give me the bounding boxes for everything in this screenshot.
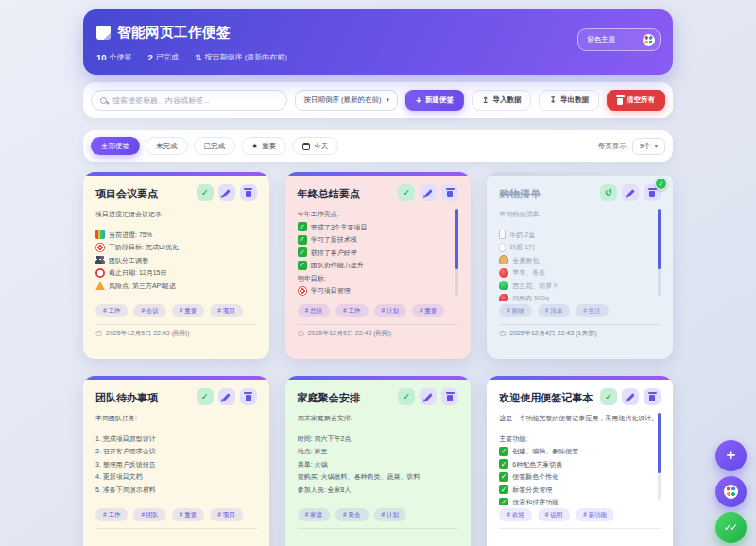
note-tag[interactable]: # 计划 <box>374 304 406 317</box>
complete-note-button[interactable]: ✓ <box>398 184 415 201</box>
clear-all-button[interactable]: 清空所有 <box>607 90 665 111</box>
note-line-text: 截止日期: 12月15日 <box>109 266 166 280</box>
clock-icon: ◷ <box>95 330 102 337</box>
sort-select[interactable]: 按日期倒序 (最新的在前) ▾ <box>295 90 398 111</box>
note-tag[interactable]: # 购物 <box>499 304 531 317</box>
complete-note-button[interactable]: ✓ <box>197 388 214 405</box>
content-scrollbar[interactable] <box>658 209 661 296</box>
import-button[interactable]: ↥ 导入数据 <box>472 90 532 111</box>
complete-note-button[interactable]: ✓ <box>600 388 617 405</box>
note-tag[interactable]: # 清单 <box>538 304 570 317</box>
note-logo-icon <box>96 26 111 40</box>
edit-note-button[interactable] <box>218 388 235 405</box>
note-tag[interactable]: # 总结 <box>298 304 330 317</box>
apple-icon <box>499 268 508 278</box>
export-button[interactable]: ↧ 导出数据 <box>539 90 599 111</box>
new-note-button[interactable]: + 新建便签 <box>405 90 464 111</box>
edit-note-button[interactable] <box>622 388 639 405</box>
note-line-text: 这是一个功能完整的便签记事应用，采用现代化设计。 <box>499 415 658 421</box>
egg-icon <box>499 243 506 252</box>
note-tag[interactable]: # 重要 <box>412 304 444 317</box>
note-content: 本周团队任务:1. 完成项目原型设计2. 召开客户需求会议3. 整理用户反馈报告… <box>95 412 257 505</box>
clock-icon: ◷ <box>298 330 304 337</box>
note-tag[interactable]: # 聚会 <box>335 508 368 521</box>
toolbar: 按日期倒序 (最新的在前) ▾ + 新建便签 ↥ 导入数据 ↧ 导出数据 清空所… <box>83 82 673 118</box>
trash-icon <box>649 395 655 401</box>
fab-stack: + ✓✓ <box>715 440 747 543</box>
filter-chip-important[interactable]: ★ 重要 <box>241 137 286 155</box>
sort-info: ⇅ 按日期倒序 (最新的在前) <box>195 52 287 62</box>
note-tag[interactable]: # 家庭 <box>298 508 330 521</box>
per-page-label: 每页显示 <box>598 142 627 151</box>
note-tag[interactable]: # 工作 <box>95 508 128 521</box>
check-icon <box>499 447 508 456</box>
note-tag[interactable]: # 会议 <box>133 304 165 317</box>
edit-note-button[interactable] <box>218 184 235 201</box>
note-tag[interactable]: # 生活 <box>576 304 608 317</box>
edit-note-button[interactable] <box>420 184 437 201</box>
note-tag[interactable]: # 团队 <box>133 508 165 521</box>
edit-note-button[interactable] <box>622 184 639 201</box>
check-icon <box>499 485 508 494</box>
theme-switcher-fab[interactable] <box>715 476 747 507</box>
note-tag[interactable]: # 项目 <box>210 304 242 317</box>
note-tag[interactable]: # 项目 <box>210 508 242 521</box>
note-tag[interactable]: # 工作 <box>95 304 128 317</box>
note-tag[interactable]: # 计划 <box>374 508 406 521</box>
note-line-text: 参加人员: 全家8人 <box>298 484 352 497</box>
note-tag[interactable]: # 欢迎 <box>499 508 531 521</box>
check-icon <box>298 247 307 257</box>
filter-chip-all[interactable]: 全部便签 <box>91 137 140 155</box>
filter-chip-completed[interactable]: 已完成 <box>194 137 236 155</box>
complete-note-button[interactable]: ✓ <box>197 184 214 201</box>
search-input[interactable] <box>112 96 278 105</box>
add-note-fab[interactable]: + <box>715 440 747 471</box>
delete-note-button[interactable] <box>441 388 458 405</box>
per-page-select[interactable]: 9个 ▾ <box>632 138 665 155</box>
check-icon: ✓ <box>201 392 209 401</box>
restore-icon: ↺ <box>605 188 612 197</box>
target-icon <box>298 286 307 296</box>
delete-note-button[interactable] <box>240 184 257 201</box>
note-line-text: 主要功能: <box>499 433 527 446</box>
note-line-text: 菜单: 火锅 <box>298 458 328 471</box>
note-footer <box>499 528 661 540</box>
chevron-down-icon: ▾ <box>654 143 658 150</box>
theme-button[interactable]: 紫色主题 <box>577 28 661 51</box>
note-card: 欢迎使用便签记事本✓这是一个功能完整的便签记事应用，采用现代化设计。主要功能:创… <box>487 376 673 546</box>
note-tag[interactable]: # 新功能 <box>576 508 614 521</box>
meat-icon <box>499 294 508 301</box>
delete-note-button[interactable] <box>441 184 458 201</box>
note-tags: # 欢迎# 说明# 新功能 <box>499 508 661 521</box>
note-line-text: 需购买: 火锅底料、各种肉类、蔬菜、饮料 <box>298 470 421 484</box>
note-timestamp: 2025年12月5日 22:43 (刚刚) <box>308 329 391 338</box>
note-tag[interactable]: # 说明 <box>538 508 570 521</box>
notes-grid: 项目会议要点✓项目进度汇报会议记录:当前进度: 75%下阶段目标: 完成UI优化… <box>83 172 673 546</box>
people-icon <box>95 255 105 264</box>
filter-chip-today[interactable]: 今天 <box>292 137 338 155</box>
note-line-text: 本周购物清单: <box>499 208 541 221</box>
search-box[interactable] <box>91 90 287 111</box>
note-line-text: 团队分工调整 <box>109 254 148 267</box>
complete-note-button[interactable]: ✓ <box>398 388 415 405</box>
filter-chip-incomplete[interactable]: 未完成 <box>146 137 188 155</box>
complete-all-fab[interactable]: ✓✓ <box>715 512 747 543</box>
delete-note-button[interactable] <box>644 388 661 405</box>
edit-pencil-icon <box>424 189 432 197</box>
note-card: 年终总结要点✓今年工作亮点:完成了3个主要项目学习了新技术栈获得了客户好评团队协… <box>285 172 472 359</box>
note-tag[interactable]: # 重要 <box>172 304 204 317</box>
note-tag[interactable]: # 工作 <box>335 304 368 317</box>
restore-note-button[interactable]: ↺ <box>600 184 617 201</box>
note-line-text: 本周团队任务: <box>95 412 137 425</box>
broccoli-icon <box>499 281 508 290</box>
filter-bar: 全部便签 未完成 已完成 ★ 重要 今天 每页显示 9个 ▾ <box>83 130 673 162</box>
delete-note-button[interactable] <box>240 388 257 405</box>
target-icon <box>95 243 105 252</box>
note-tag[interactable]: # 重要 <box>172 508 204 521</box>
content-scrollbar[interactable] <box>658 413 661 500</box>
note-title: 项目会议要点 <box>95 184 158 201</box>
content-scrollbar[interactable] <box>455 209 458 296</box>
sort-select-value: 按日期倒序 (最新的在前) <box>303 95 381 105</box>
edit-note-button[interactable] <box>420 388 437 405</box>
note-line-text: 鸡胸肉 500g <box>512 292 549 301</box>
